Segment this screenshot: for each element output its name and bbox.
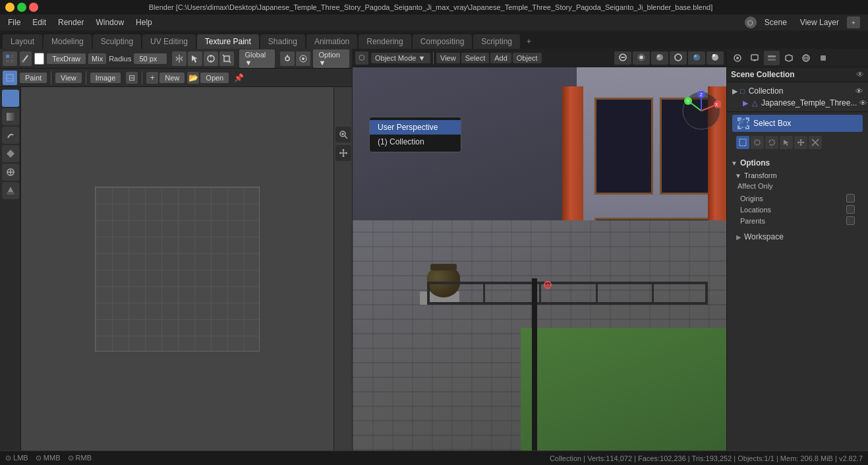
locations-checkbox[interactable] [846,205,855,214]
viewport-gizmo-btn[interactable] [633,51,650,65]
vp-view-menu[interactable]: View [436,53,460,63]
tree-collection-eye[interactable]: 👁 [855,87,863,95]
tab-modeling[interactable]: Modeling [43,34,92,49]
tab-uv-editing[interactable]: UV Editing [142,34,196,49]
menu-help[interactable]: Help [130,16,158,28]
maximize-btn[interactable] [17,3,26,12]
object-mode-select[interactable]: Object Mode ▼ [371,53,430,63]
left-toolbar2: Paint View Image ⊟ + New 📂 Open 📌 [0,69,352,87]
tir-scale[interactable] [809,136,822,149]
tool-clone[interactable] [2,164,19,181]
tool-smear[interactable] [2,127,19,144]
minimize-btn[interactable] [5,3,14,12]
snapping-btn[interactable] [280,51,295,66]
transform-space[interactable]: Global ▼ [239,49,275,68]
tree-japanese-temple[interactable]: ▶ △ Japanese_Temple_Three... 👁 [730,97,865,109]
open-image-icon[interactable]: 📂 [187,72,199,84]
tab-sculpting[interactable]: Sculpting [93,34,141,49]
tir-transform[interactable] [794,136,807,149]
radius-value[interactable]: 50 px [134,53,167,64]
tab-layout[interactable]: Layout [3,34,42,49]
menu-render[interactable]: Render [53,16,89,28]
scene-eye-icon[interactable]: 👁 [856,70,864,79]
parents-checkbox[interactable] [846,216,855,225]
scene-selector[interactable]: Scene [759,16,792,28]
brush-name-label[interactable]: TexDraw [47,53,86,64]
view-pan[interactable] [335,145,351,161]
color-swatch[interactable] [34,53,44,65]
tir-select-circle[interactable] [751,136,764,149]
props-object[interactable] [815,51,831,65]
view-layer-selector[interactable]: View Layer [795,16,844,28]
scale-btn[interactable] [219,51,234,66]
status-mmb[interactable]: ⊙ MMB [36,454,61,462]
workspace-header[interactable]: ▶ Workspace [732,230,863,243]
viewport-shading-wire[interactable] [670,51,687,65]
transform-header[interactable]: ▼ Transform [730,170,865,181]
svg-rect-66 [768,55,776,57]
view-zoom-in[interactable] [335,127,351,142]
ctx-collection[interactable]: (1) Collection [370,135,461,149]
tir-cursor[interactable] [780,136,793,149]
transform-btn[interactable] [204,51,218,66]
props-output[interactable] [747,51,763,65]
vp-add-menu[interactable]: Add [490,53,511,63]
tab-animation[interactable]: Animation [306,34,357,49]
image-options-btn[interactable]: ⊟ [126,72,138,84]
options-label[interactable]: Option ▼ [313,49,349,68]
status-lmb[interactable]: ⊙ LMB [5,454,28,462]
paint-label[interactable]: Paint [20,73,47,83]
view-label[interactable]: View [55,73,82,83]
new-image-icon[interactable]: + [146,72,158,84]
cursor-btn[interactable] [188,51,202,66]
ctx-perspective[interactable]: User Perspective [370,120,461,135]
pin-btn[interactable]: 📌 [234,73,244,82]
origins-checkbox[interactable] [846,194,855,202]
vp-select-menu[interactable]: Select [461,53,490,63]
menu-edit[interactable]: Edit [27,16,51,28]
select-box-btn[interactable]: Select Box [732,115,863,132]
viewport-shading-rendered[interactable] [707,51,724,65]
tab-texture-paint[interactable]: Texture Paint [197,34,259,49]
blend-mode-select[interactable]: Mix [88,53,106,64]
tree-object-eye[interactable]: 👁 [859,99,867,107]
menu-window[interactable]: Window [90,16,129,28]
tab-rendering[interactable]: Rendering [359,34,411,49]
tree-collection[interactable]: ▶ □ Collection 👁 [730,85,865,97]
close-btn[interactable] [29,3,38,12]
symmetry-btn[interactable] [172,51,187,66]
viewport-overlay-btn[interactable] [614,51,631,65]
tool-draw[interactable] [2,90,19,107]
open-label[interactable]: Open [200,73,229,83]
tab-shading[interactable]: Shading [260,34,305,49]
props-scene[interactable] [781,51,797,65]
tool-fill[interactable] [2,145,19,162]
menu-file[interactable]: File [3,16,26,28]
vp-object-menu[interactable]: Object [513,53,542,63]
view-mode-btn[interactable] [3,51,17,66]
tab-scripting[interactable]: Scripting [473,34,520,49]
tab-compositing[interactable]: Compositing [413,34,473,49]
header-editor-type[interactable]: ⬡ [355,51,368,65]
add-workspace-tab[interactable]: + [521,34,536,49]
props-view-layer[interactable] [764,51,780,65]
tir-select-lasso[interactable] [765,136,778,149]
axis-gizmo[interactable]: X Y Z [681,91,721,131]
proportional-btn[interactable] [296,51,310,66]
tool-annotate[interactable] [2,182,19,199]
new-label[interactable]: New [159,73,185,83]
tir-select-box[interactable] [736,136,749,149]
add-workspace-btn[interactable]: + [847,16,860,28]
viewport-shading-material[interactable] [688,51,705,65]
props-world[interactable] [798,51,814,65]
props-render[interactable] [730,51,745,65]
options-header[interactable]: ▼ Options [727,156,868,170]
transform-title: Transform [744,171,860,179]
status-rmb[interactable]: ⊙ RMB [68,454,92,462]
tool-gradient[interactable] [2,108,19,125]
brush-icon-btn[interactable] [20,51,32,66]
viewport-shading-solid[interactable] [651,51,668,65]
image-label[interactable]: Image [90,73,121,83]
svg-point-41 [656,54,663,61]
paint-mode-btn[interactable] [3,71,17,85]
